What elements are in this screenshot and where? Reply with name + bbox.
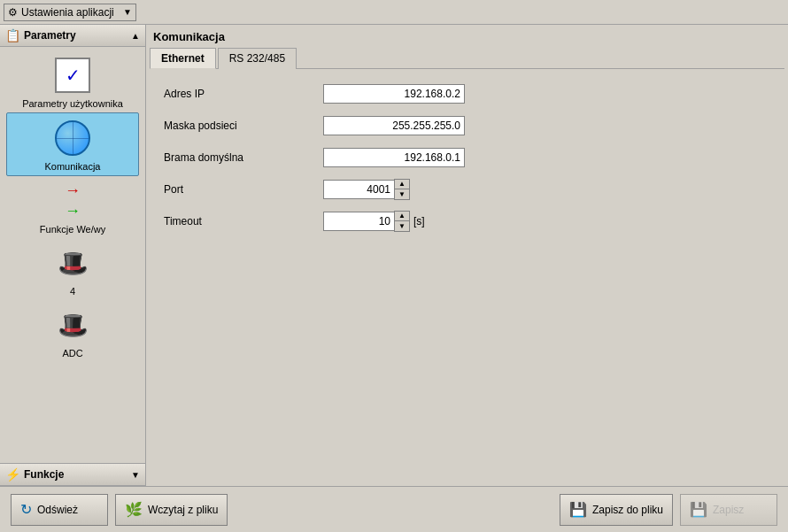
- port-label: Port: [164, 183, 323, 196]
- tab-ethernet-label: Ethernet: [161, 52, 205, 65]
- tabs-container: Ethernet RS 232/485: [150, 47, 784, 69]
- adc-icon-wrapper: 🎩: [51, 304, 94, 346]
- timeout-decrement-button[interactable]: ▼: [395, 221, 409, 231]
- timeout-spinner: ▲ ▼ [s]: [323, 211, 425, 232]
- maska-podsieci-input[interactable]: [323, 116, 465, 135]
- params-icon: [55, 58, 90, 93]
- hat-icon-4: 🎩: [58, 249, 89, 278]
- funkcje-bottom-icon: ⚡: [5, 467, 20, 482]
- funkcje-we-wy-label: Funkcje We/wy: [40, 224, 105, 235]
- sidebar-items: Parametry użytkownika Komunikacja → →: [0, 47, 145, 463]
- save-to-file-label: Zapisz do pliku: [592, 504, 663, 516]
- load-button[interactable]: 🌿 Wczytaj z pliku: [115, 494, 228, 526]
- load-label: Wczytaj z pliku: [148, 504, 218, 516]
- port-input[interactable]: [323, 180, 394, 199]
- port-spinner: ▲ ▼: [323, 179, 410, 200]
- komunikacja-label: Komunikacja: [45, 161, 101, 172]
- app-settings-dropdown[interactable]: ⚙ Ustawienia aplikacji ▼: [4, 4, 136, 21]
- funkcje-icon-wrapper: → →: [51, 180, 94, 222]
- top-toolbar: ⚙ Ustawienia aplikacji ▼: [0, 0, 788, 25]
- parametry-icon-wrapper: [51, 54, 94, 96]
- content-area: 📋 Parametry ▲ Parametry użytkownika: [0, 25, 788, 486]
- save-label: Zapisz: [713, 504, 744, 516]
- sidebar-bottom-header: ⚡ Funkcje ▼: [0, 464, 145, 486]
- brama-domyslna-input[interactable]: [323, 148, 465, 167]
- sidebar-bottom-collapse-icon[interactable]: ▼: [131, 470, 140, 480]
- sidebar-item-adc[interactable]: 🎩 ADC: [6, 300, 139, 362]
- parametry-label: Parametry użytkownika: [22, 98, 123, 109]
- sidebar-item-4[interactable]: 🎩 4: [6, 238, 139, 300]
- save-to-file-button[interactable]: 💾 Zapisz do pliku: [560, 494, 673, 526]
- maska-podsieci-label: Maska podsieci: [164, 120, 323, 132]
- io-arrow-red: →: [65, 181, 81, 200]
- adres-ip-label: Adres IP: [164, 88, 323, 100]
- section-icon: 📋: [5, 28, 20, 42]
- refresh-label: Odśwież: [37, 504, 78, 516]
- form-row-maska: Maska podsieci: [164, 115, 770, 136]
- hat-icon-adc: 🎩: [58, 311, 89, 340]
- port-spinner-buttons: ▲ ▼: [394, 179, 410, 200]
- main-panel: Komunikacja Ethernet RS 232/485 Adres IP: [146, 25, 788, 486]
- form-row-adres-ip: Adres IP: [164, 83, 770, 104]
- io-arrow-green: →: [65, 202, 81, 220]
- sidebar-section-header: 📋 Parametry ▲: [0, 25, 145, 47]
- item4-icon-wrapper: 🎩: [51, 242, 94, 284]
- adres-ip-input[interactable]: [323, 84, 465, 104]
- sidebar-item-funkcje-we-wy[interactable]: → → Funkcje We/wy: [6, 176, 139, 238]
- tab-ethernet[interactable]: Ethernet: [150, 48, 216, 69]
- settings-icon: ⚙: [8, 6, 18, 19]
- timeout-spinner-buttons: ▲ ▼: [394, 211, 410, 232]
- adc-label: ADC: [62, 348, 82, 359]
- form-row-brama: Brama domyślna: [164, 147, 770, 168]
- sidebar-bottom-label: Funkcje: [24, 468, 64, 481]
- sidebar-collapse-icon[interactable]: ▲: [131, 31, 140, 41]
- refresh-icon: ↻: [20, 501, 32, 518]
- save-icon: 💾: [690, 501, 707, 518]
- main-window: ⚙ Ustawienia aplikacji ▼ 📋 Parametry ▲ P…: [0, 0, 788, 532]
- panel-title: Komunikacja: [150, 28, 784, 47]
- refresh-button[interactable]: ↻ Odśwież: [11, 494, 108, 526]
- port-increment-button[interactable]: ▲: [395, 180, 409, 189]
- port-decrement-button[interactable]: ▼: [395, 189, 409, 199]
- sidebar-section-label: Parametry: [24, 29, 76, 42]
- dropdown-arrow-icon: ▼: [123, 7, 132, 17]
- globe-icon: [55, 120, 90, 156]
- brama-domyslna-label: Brama domyślna: [164, 151, 323, 164]
- item4-label: 4: [70, 286, 75, 297]
- timeout-unit: [s]: [413, 215, 425, 227]
- app-settings-label: Ustawienia aplikacji: [21, 6, 114, 19]
- io-icon: → →: [65, 181, 81, 220]
- sidebar: 📋 Parametry ▲ Parametry użytkownika: [0, 25, 146, 486]
- load-icon: 🌿: [125, 501, 143, 518]
- save-to-file-icon: 💾: [569, 501, 587, 518]
- form-container: Adres IP Maska podsieci Brama domyślna P…: [150, 76, 784, 482]
- sidebar-item-komunikacja[interactable]: Komunikacja: [6, 112, 139, 176]
- form-row-port: Port ▲ ▼: [164, 179, 770, 200]
- bottom-toolbar: ↻ Odśwież 🌿 Wczytaj z pliku 💾 Zapisz do …: [0, 486, 788, 532]
- timeout-input[interactable]: [323, 212, 394, 231]
- timeout-label: Timeout: [164, 215, 323, 227]
- timeout-increment-button[interactable]: ▲: [395, 212, 409, 221]
- form-row-timeout: Timeout ▲ ▼ [s]: [164, 211, 770, 232]
- tab-rs232[interactable]: RS 232/485: [218, 48, 297, 69]
- sidebar-item-parametry-uzytkownika[interactable]: Parametry użytkownika: [6, 50, 139, 112]
- save-button[interactable]: 💾 Zapisz: [680, 494, 777, 526]
- tab-rs232-label: RS 232/485: [229, 52, 285, 65]
- komunikacja-icon-wrapper: [51, 117, 94, 159]
- sidebar-bottom-section: ⚡ Funkcje ▼: [0, 463, 145, 486]
